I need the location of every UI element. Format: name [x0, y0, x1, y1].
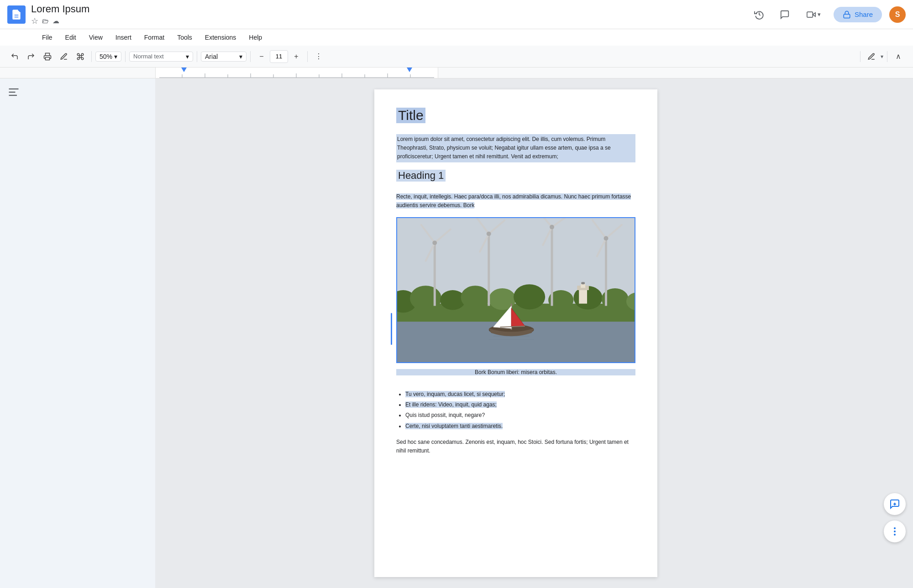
edit-mode-chevron[interactable]: ▾ — [881, 53, 883, 60]
cloud-sync-icon[interactable]: ☁ — [52, 17, 59, 25]
font-size-input[interactable] — [270, 50, 288, 63]
style-value: Normal text — [133, 53, 184, 60]
increase-font-size-button[interactable]: + — [289, 49, 304, 64]
toolbar-divider-7 — [887, 51, 887, 62]
svg-rect-57 — [581, 282, 585, 284]
collapse-toolbar-button[interactable]: ∧ — [891, 49, 906, 64]
style-selector[interactable]: Normal text ▾ — [129, 52, 193, 62]
document-area[interactable]: Title Lorem ipsum dolor sit amet, consec… — [155, 78, 876, 588]
font-value: Arial — [205, 53, 237, 60]
svg-point-53 — [604, 236, 609, 240]
doc-heading1-text: Heading 1 — [396, 170, 446, 182]
menu-tools[interactable]: Tools — [172, 32, 198, 43]
svg-point-69 — [894, 534, 895, 535]
save-to-drive-icon[interactable]: 🗁 — [42, 17, 49, 25]
menu-file[interactable]: File — [37, 32, 58, 43]
zoom-chevron-icon: ▾ — [114, 53, 117, 60]
more-float-button[interactable] — [884, 520, 906, 542]
right-sidebar — [876, 78, 913, 588]
svg-marker-2 — [813, 12, 815, 16]
left-margin-bar — [391, 313, 392, 345]
doc-paragraph-bottom-text: Sed hoc sane concedamus. Zenonis est, in… — [396, 439, 629, 454]
document-image[interactable] — [396, 217, 635, 363]
svg-point-68 — [894, 531, 895, 532]
svg-point-67 — [894, 528, 895, 529]
zoom-value: 50% — [100, 53, 112, 60]
zoom-selector[interactable]: 50% ▾ — [95, 52, 121, 62]
ruler-ticks-svg — [159, 68, 434, 78]
svg-point-43 — [487, 232, 491, 236]
menu-bar: File Edit View Insert Format Tools Exten… — [0, 29, 913, 46]
star-icon[interactable]: ☆ — [31, 16, 38, 26]
list-item-0: Tu vero, inquam, ducas licet, si sequetu… — [405, 391, 505, 397]
toolbar-divider-6 — [860, 51, 861, 62]
list-item: Et ille ridens: Video, inquit, quid agas… — [405, 401, 635, 409]
print-button[interactable] — [40, 49, 55, 64]
spell-check-button[interactable] — [57, 49, 71, 64]
edit-mode-button[interactable] — [864, 49, 879, 64]
image-caption-wrap: Bork Bonum liberi: misera orbitas. — [396, 368, 635, 383]
style-chevron-icon: ▾ — [186, 53, 189, 60]
svg-point-48 — [550, 225, 554, 229]
toolbar-divider-4 — [250, 51, 251, 62]
doc-heading1-block: Heading 1 — [396, 170, 635, 187]
undo-button[interactable] — [7, 49, 22, 64]
paint-format-button[interactable] — [73, 49, 88, 64]
toolbar-divider-2 — [125, 51, 126, 62]
doc-paragraph-bottom: Sed hoc sane concedamus. Zenonis est, in… — [396, 438, 635, 455]
left-panel — [0, 78, 155, 588]
ruler-inner — [155, 68, 438, 78]
svg-rect-3 — [807, 12, 813, 17]
title-area: Lorem Ipsum ☆ 🗁 ☁ — [31, 3, 89, 26]
image-caption: Bork Bonum liberi: misera orbitas. — [396, 369, 635, 375]
main-area: Title Lorem ipsum dolor sit amet, consec… — [0, 78, 913, 588]
font-selector[interactable]: Arial ▾ — [201, 52, 247, 62]
svg-point-25 — [410, 286, 441, 311]
title-actions: ☆ 🗁 ☁ — [31, 16, 89, 26]
toolbar-divider-5 — [307, 51, 308, 62]
bullet-list: Tu vero, inquam, ducas licet, si sequetu… — [405, 390, 635, 431]
menu-insert[interactable]: Insert — [110, 32, 137, 43]
font-size-control: − + — [254, 49, 304, 64]
more-toolbar-button[interactable]: ⋮ — [311, 49, 326, 64]
document-page: Title Lorem ipsum dolor sit amet, consec… — [374, 89, 657, 577]
doc-title-text: Title — [396, 108, 425, 123]
menu-edit[interactable]: Edit — [60, 32, 82, 43]
doc-title-block: Title — [396, 108, 635, 129]
menu-help[interactable]: Help — [243, 32, 268, 43]
list-item-2: Quis istud possit, inquit, negare? — [405, 412, 485, 418]
svg-point-38 — [432, 240, 437, 245]
top-right-actions: ▾ Share S — [750, 5, 906, 24]
svg-point-29 — [514, 284, 545, 309]
list-item: Quis istud possit, inquit, negare? — [405, 411, 635, 420]
menu-extensions[interactable]: Extensions — [199, 32, 241, 43]
svg-rect-4 — [844, 14, 850, 18]
list-item: Certe, nisi voluptatem tanti aestimareti… — [405, 422, 635, 431]
svg-point-27 — [461, 286, 490, 309]
svg-rect-54 — [579, 288, 587, 304]
font-chevron-icon: ▾ — [239, 53, 242, 60]
add-comment-float-button[interactable] — [884, 493, 906, 515]
menu-format[interactable]: Format — [139, 32, 170, 43]
decrease-font-size-button[interactable]: − — [254, 49, 269, 64]
top-bar: Lorem Ipsum ☆ 🗁 ☁ ▾ — [0, 0, 913, 29]
doc-paragraph-2-text: Recte, inquit, intellegis. Haec para/doc… — [396, 193, 631, 208]
user-avatar[interactable]: S — [889, 6, 906, 23]
comments-button[interactable] — [776, 5, 794, 24]
toolbar-right: ▾ ∧ — [858, 49, 906, 64]
svg-rect-5 — [46, 57, 50, 60]
toolbar: 50% ▾ Normal text ▾ Arial ▾ − + ⋮ ▾ ∧ — [0, 46, 913, 68]
menu-view[interactable]: View — [84, 32, 108, 43]
list-item-3: Certe, nisi voluptatem tanti aestimareti… — [405, 423, 503, 429]
list-item: Tu vero, inquam, ducas licet, si sequetu… — [405, 390, 635, 399]
share-label: Share — [855, 10, 873, 18]
outline-icon[interactable] — [7, 86, 148, 101]
doc-title[interactable]: Lorem Ipsum — [31, 3, 89, 15]
history-button[interactable] — [750, 5, 768, 24]
meet-button[interactable]: ▾ — [801, 7, 826, 22]
share-button[interactable]: Share — [834, 7, 882, 22]
toolbar-divider-1 — [91, 51, 92, 62]
toolbar-divider-3 — [197, 51, 197, 62]
redo-button[interactable] — [24, 49, 38, 64]
image-caption-text: Bork Bonum liberi: misera orbitas. — [473, 369, 559, 375]
